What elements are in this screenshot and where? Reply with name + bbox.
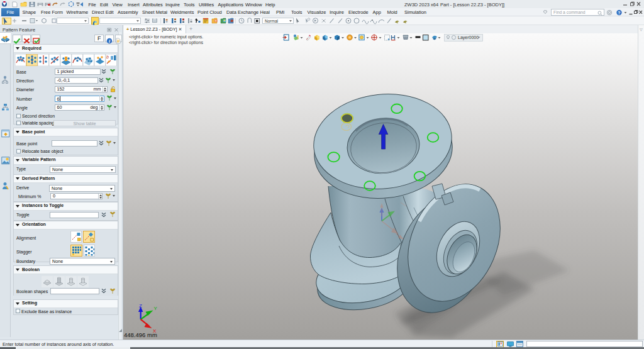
svg-text:b: b [106, 55, 109, 59]
svg-text:?: ? [618, 10, 620, 14]
svg-text:Y: Y [154, 306, 158, 311]
svg-text:448.496 mm: 448.496 mm [124, 331, 157, 338]
svg-text:Z: Z [139, 303, 142, 309]
